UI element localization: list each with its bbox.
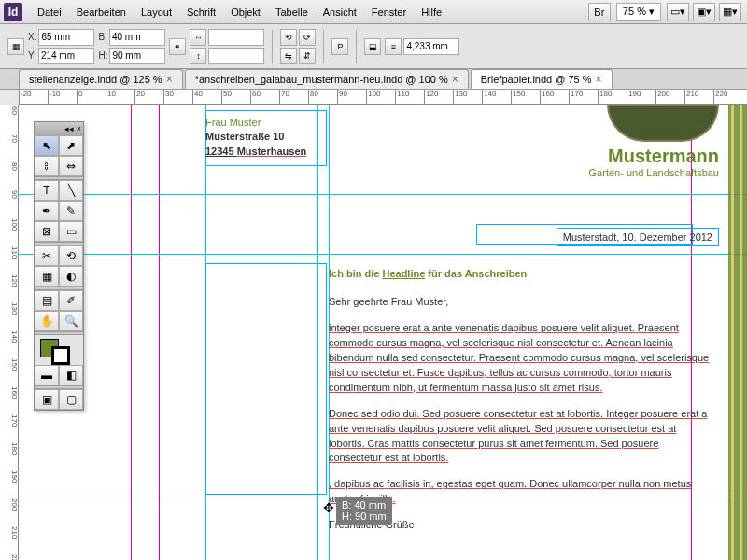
eyedropper-tool[interactable]: ✐ [59,290,83,311]
gradient-feather-tool[interactable]: ◐ [59,266,83,287]
flip-h-icon[interactable]: ⇋ [280,48,297,64]
right-page-edge [728,105,747,560]
app-icon: Id [4,3,22,21]
scale-x-input[interactable] [208,29,264,46]
canvas[interactable]: Frau Muster Musterstraße 10 12345 Muster… [19,105,747,560]
apply-gradient-icon[interactable]: ◧ [59,365,83,385]
note-tool[interactable]: ▤ [35,290,59,311]
constrain-icon[interactable]: ⚭ [169,38,186,55]
h-label: H: [98,50,107,61]
type-tool[interactable]: T [35,180,59,201]
menu-objekt[interactable]: Objekt [223,3,268,21]
menubar: Id Datei Bearbeiten Layout Schrift Objek… [0,0,747,24]
document-tabs: stellenanzeige.indd @ 125 %× *anschreibe… [0,69,747,90]
selection-tool[interactable]: ⬉ [35,135,59,156]
guide[interactable] [159,105,160,560]
close-icon[interactable]: × [596,73,602,86]
menu-layout[interactable]: Layout [134,3,179,21]
address-city: 12345 Musterhausen [205,145,306,159]
free-transform-tool[interactable]: ⟲ [59,245,83,266]
preview-view-icon[interactable]: ▢ [59,389,83,410]
h-input[interactable] [109,48,165,64]
letterhead: Mustermann Garten- und Landschaftsbau [551,105,719,178]
guide[interactable] [19,254,747,255]
menu-ansicht[interactable]: Ansicht [316,3,364,21]
x-input[interactable] [38,29,94,46]
tab-anschreiben[interactable]: *anschreiben_galabau_mustermann-neu.indd… [185,69,469,89]
date-line: Musterstadt, 10. Dezember 2012 [557,228,719,246]
arrange-icon[interactable]: ▦▾ [719,3,741,21]
pencil-tool[interactable]: ✎ [59,201,83,221]
close-icon[interactable]: × [166,73,173,86]
letter-headline: Ich bin die Headline für das Anschreiben [329,267,527,280]
normal-view-icon[interactable]: ▣ [35,389,59,410]
close-icon[interactable]: × [452,73,458,86]
menu-schrift[interactable]: Schrift [179,3,223,21]
tab-stellenanzeige[interactable]: stellenanzeige.indd @ 125 %× [19,69,183,89]
move-cursor-icon: ✥ [323,500,334,515]
rectangle-tool[interactable]: ▭ [59,221,83,242]
stroke-weight-input[interactable] [403,38,459,55]
gap-tool[interactable]: ⇔ [59,156,83,176]
stroke-weight-icon[interactable]: ≡ [385,38,402,55]
line-tool[interactable]: ╲ [59,180,83,201]
y-input[interactable] [38,48,94,64]
logo-badge [607,105,719,142]
rectangle-frame-tool[interactable]: ⊠ [35,221,59,242]
rotate-cw-icon[interactable]: ⟳ [299,29,316,46]
screen-mode-icon[interactable]: ▣▾ [693,3,715,21]
ruler-vertical[interactable]: 6070809010011012013014015016017018019020… [0,105,19,560]
scissors-tool[interactable]: ✂ [35,245,59,266]
menu-datei[interactable]: Datei [30,3,69,21]
empty-frame[interactable] [205,263,327,495]
y-label: Y: [28,50,36,61]
brand-name: Mustermann [551,146,719,167]
text-wrap-icon[interactable]: P [331,38,348,55]
scale-y-input[interactable] [208,48,264,64]
w-label: B: [98,32,106,42]
pen-tool[interactable]: ✒ [35,201,59,221]
greeting: Sehr geehrte Frau Muster, [329,295,713,310]
hand-tool[interactable]: ✋ [35,311,59,331]
body-p2: Donec sed odio dui. Sed posuere consecte… [329,407,713,467]
x-label: X: [28,32,36,42]
tab-briefpapier[interactable]: Briefpapier.indd @ 75 %× [471,69,613,89]
body-p1: integer posuere erat a ante venenatis da… [329,321,713,396]
menu-fenster[interactable]: Fenster [364,3,414,21]
corner-options-icon[interactable]: ⬓ [364,38,381,55]
zoom-select[interactable]: 75 % ▾ [616,3,661,21]
zoom-tool[interactable]: 🔍 [59,311,83,331]
ruler-horizontal[interactable]: -20-100102030405060708090100110120130140… [19,90,747,105]
tools-panel[interactable]: ◂◂ × ⬉ ⬈ ⩉ ⇔ T ╲ ✒ ✎ ⊠ ▭ ✂ ⟲ ▦ ◐ ▤ ✐ ✋ 🔍… [34,121,84,411]
reference-point-icon[interactable]: ▦ [7,38,24,55]
brand-tagline: Garten- und Landschaftsbau [551,167,719,178]
address-block: Frau Muster Musterstraße 10 12345 Muster… [205,116,306,159]
page-tool[interactable]: ⩉ [35,156,59,176]
dimension-tooltip: B: 40 mmH: 90 mm [336,497,392,525]
scale-y-icon[interactable]: ↕ [190,48,206,64]
menu-hilfe[interactable]: Hilfe [414,3,449,21]
bridge-icon[interactable]: Br [588,3,611,21]
rotate-icon[interactable]: ⟲ [280,29,297,46]
view-options-icon[interactable]: ▭▾ [667,3,689,21]
address-name: Frau Muster [205,116,306,130]
menu-tabelle[interactable]: Tabelle [268,3,316,21]
panel-header[interactable]: ◂◂ × [35,122,83,135]
gradient-swatch-tool[interactable]: ▦ [35,266,59,287]
stroke-swatch[interactable] [51,346,70,365]
scale-x-icon[interactable]: ↔ [190,29,206,46]
guide[interactable] [131,105,132,560]
w-input[interactable] [109,29,165,46]
menu-bearbeiten[interactable]: Bearbeiten [69,3,134,21]
address-street: Musterstraße 10 [205,130,306,144]
fill-stroke-swatch[interactable] [35,335,83,365]
control-bar: ▦ X: Y: B: H: ⚭ ↔ ↕ ⟲⟳ ⇋⇵ P ⬓ ≡ [0,24,747,69]
apply-color-icon[interactable]: ▬ [35,365,59,385]
direct-selection-tool[interactable]: ⬈ [59,135,83,156]
flip-v-icon[interactable]: ⇵ [299,48,316,64]
guide[interactable] [19,194,747,195]
